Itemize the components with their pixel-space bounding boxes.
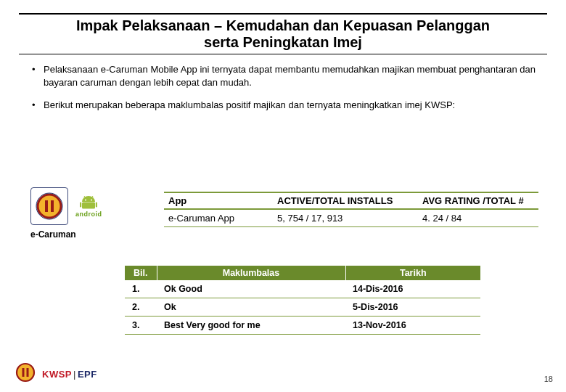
title-line-1: Impak Pelaksanaan – Kemudahan dan Kepuas…: [76, 17, 490, 33]
feedback-table: Bil. Maklumbalas Tarikh 1. Ok Good 14-Di…: [125, 266, 480, 335]
feedback-header: Maklumbalas: [157, 266, 345, 280]
table-row: 2. Ok 5-Dis-2016: [125, 298, 480, 317]
cell-num: 2.: [125, 298, 157, 317]
stats-cell-rating: 4. 24 / 84: [418, 209, 538, 227]
table-row: 3. Best Very good for me 13-Nov-2016: [125, 317, 480, 335]
feedback-header: Tarikh: [345, 266, 480, 280]
bullet-list: Pelaksanaan e-Caruman Mobile App ini ter…: [30, 63, 536, 112]
footer-kwsp: KWSP: [42, 369, 72, 380]
rule-mid: [19, 54, 547, 54]
stats-header: App: [164, 192, 273, 209]
cell-msg: Best Very good for me: [157, 317, 345, 335]
stats-header-row: App ACTIVE/TOTAL INSTALLS AVG RATING /TO…: [164, 192, 538, 209]
bullet-item: Pelaksanaan e-Caruman Mobile App ini ter…: [30, 63, 536, 89]
stats-table: App ACTIVE/TOTAL INSTALLS AVG RATING /TO…: [164, 192, 538, 227]
svg-rect-8: [82, 203, 95, 209]
feedback-header-row: Bil. Maklumbalas Tarikh: [125, 266, 480, 280]
svg-point-4: [85, 200, 86, 201]
cell-msg: Ok: [157, 298, 345, 317]
cell-num: 3.: [125, 317, 157, 335]
app-icon: [30, 187, 68, 225]
stats-header: ACTIVE/TOTAL INSTALLS: [273, 192, 418, 209]
cell-num: 1.: [125, 280, 157, 298]
footer-logo: KWSP|EPF: [15, 362, 97, 386]
body: Pelaksanaan e-Caruman Mobile App ini ter…: [30, 63, 536, 112]
svg-rect-1: [45, 200, 48, 212]
footer-epf: EPF: [78, 369, 97, 380]
table-row: 1. Ok Good 14-Dis-2016: [125, 280, 480, 298]
stats-cell-app: e-Caruman App: [164, 209, 273, 227]
android-label: android: [75, 211, 102, 218]
page-number: 18: [544, 375, 553, 383]
title-line-2: serta Peningkatan Imej: [204, 34, 362, 50]
android-mark: android: [75, 195, 102, 218]
svg-rect-2: [51, 200, 54, 212]
svg-rect-13: [27, 368, 29, 377]
app-caption: e-Caruman: [30, 229, 76, 240]
footer-org-text: KWSP|EPF: [42, 369, 97, 380]
app-icon-row: android: [30, 187, 102, 225]
svg-point-0: [38, 195, 61, 218]
svg-rect-12: [22, 368, 25, 377]
cell-date: 13-Nov-2016: [345, 317, 480, 335]
kwsp-crest-icon: [35, 192, 64, 221]
feedback-header: Bil.: [125, 266, 157, 280]
stats-row: e-Caruman App 5, 754 / 17, 913 4. 24 / 8…: [164, 209, 538, 227]
slide-title: Impak Pelaksanaan – Kemudahan dan Kepuas…: [19, 17, 547, 51]
svg-point-5: [91, 200, 92, 201]
cell-date: 14-Dis-2016: [345, 280, 480, 298]
android-icon: [78, 195, 99, 211]
footer-sep: |: [72, 369, 78, 380]
stats-header: AVG RATING /TOTAL #: [418, 192, 538, 209]
stats-cell-installs: 5, 754 / 17, 913: [273, 209, 418, 227]
rule-top: [19, 13, 547, 15]
bullet-item: Berikut merupakan beberapa maklumbalas p…: [30, 99, 536, 112]
svg-point-11: [17, 364, 34, 381]
svg-rect-9: [80, 203, 81, 208]
cell-msg: Ok Good: [157, 280, 345, 298]
cell-date: 5-Dis-2016: [345, 298, 480, 317]
footer-crest-icon: [15, 362, 36, 386]
svg-rect-10: [96, 203, 97, 208]
